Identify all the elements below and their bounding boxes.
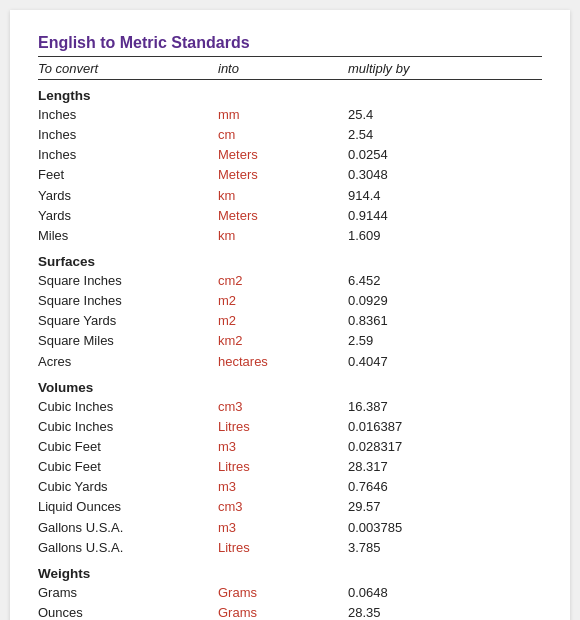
cell-into: hectares: [218, 352, 348, 372]
col-header-into: into: [218, 61, 348, 76]
cell-into: Grams: [218, 603, 348, 620]
page-container: English to Metric Standards To convert i…: [10, 10, 570, 620]
cell-multiply: 3.785: [348, 538, 381, 558]
cell-multiply: 29.57: [348, 497, 381, 517]
cell-convert: Square Yards: [38, 311, 218, 331]
cell-multiply: 0.003785: [348, 518, 402, 538]
table-row: Square Mileskm22.59: [38, 331, 542, 351]
cell-convert: Inches: [38, 105, 218, 125]
col-header-multiply: multiply by: [348, 61, 409, 76]
cell-multiply: 6.452: [348, 271, 381, 291]
table-row: Square Inchescm26.452: [38, 271, 542, 291]
cell-convert: Cubic Inches: [38, 417, 218, 437]
cell-multiply: 914.4: [348, 186, 381, 206]
table-row: FeetMeters0.3048: [38, 165, 542, 185]
cell-into: m3: [218, 437, 348, 457]
cell-into: mm: [218, 105, 348, 125]
cell-into: Litres: [218, 538, 348, 558]
table-row: Inchesmm25.4: [38, 105, 542, 125]
cell-into: km: [218, 226, 348, 246]
cell-multiply: 1.609: [348, 226, 381, 246]
table-row: Inchescm2.54: [38, 125, 542, 145]
cell-convert: Cubic Feet: [38, 457, 218, 477]
cell-convert: Yards: [38, 206, 218, 226]
cell-into: m3: [218, 477, 348, 497]
cell-into: m3: [218, 518, 348, 538]
cell-multiply: 28.35: [348, 603, 381, 620]
table-row: Mileskm1.609: [38, 226, 542, 246]
cell-convert: Yards: [38, 186, 218, 206]
cell-into: cm3: [218, 397, 348, 417]
cell-into: cm: [218, 125, 348, 145]
cell-into: Litres: [218, 457, 348, 477]
cell-into: Meters: [218, 206, 348, 226]
section-title-surfaces: Surfaces: [38, 254, 542, 269]
cell-into: km: [218, 186, 348, 206]
table-row: Cubic FeetLitres28.317: [38, 457, 542, 477]
table-row: OuncesGrams28.35: [38, 603, 542, 620]
cell-convert: Square Miles: [38, 331, 218, 351]
cell-multiply: 0.0929: [348, 291, 388, 311]
cell-into: km2: [218, 331, 348, 351]
cell-multiply: 0.3048: [348, 165, 388, 185]
cell-multiply: 0.8361: [348, 311, 388, 331]
section-title-lengths: Lengths: [38, 88, 542, 103]
cell-multiply: 2.59: [348, 331, 373, 351]
table-row: Gallons U.S.A.Litres3.785: [38, 538, 542, 558]
cell-convert: Ounces: [38, 603, 218, 620]
cell-multiply: 0.4047: [348, 352, 388, 372]
sections-container: LengthsInchesmm25.4Inchescm2.54InchesMet…: [38, 88, 542, 620]
cell-multiply: 0.9144: [348, 206, 388, 226]
section-title-volumes: Volumes: [38, 380, 542, 395]
table-row: Square Inchesm20.0929: [38, 291, 542, 311]
page-title: English to Metric Standards: [38, 34, 542, 52]
cell-multiply: 25.4: [348, 105, 373, 125]
cell-convert: Feet: [38, 165, 218, 185]
table-row: Square Yardsm20.8361: [38, 311, 542, 331]
cell-convert: Inches: [38, 145, 218, 165]
table-row: InchesMeters0.0254: [38, 145, 542, 165]
cell-into: Meters: [218, 165, 348, 185]
cell-multiply: 16.387: [348, 397, 388, 417]
cell-convert: Inches: [38, 125, 218, 145]
title-divider: [38, 56, 542, 57]
col-header-convert: To convert: [38, 61, 218, 76]
cell-into: Grams: [218, 583, 348, 603]
cell-multiply: 0.028317: [348, 437, 402, 457]
cell-multiply: 0.0648: [348, 583, 388, 603]
table-row: Acreshectares0.4047: [38, 352, 542, 372]
cell-into: cm3: [218, 497, 348, 517]
cell-convert: Cubic Yards: [38, 477, 218, 497]
cell-convert: Cubic Inches: [38, 397, 218, 417]
table-row: Cubic Yardsm30.7646: [38, 477, 542, 497]
cell-into: Litres: [218, 417, 348, 437]
cell-multiply: 0.016387: [348, 417, 402, 437]
cell-convert: Acres: [38, 352, 218, 372]
table-row: Liquid Ouncescm329.57: [38, 497, 542, 517]
table-row: Yardskm914.4: [38, 186, 542, 206]
cell-convert: Grams: [38, 583, 218, 603]
table-row: GramsGrams0.0648: [38, 583, 542, 603]
cell-into: Meters: [218, 145, 348, 165]
table-row: Cubic InchesLitres0.016387: [38, 417, 542, 437]
cell-convert: Liquid Ounces: [38, 497, 218, 517]
cell-convert: Square Inches: [38, 291, 218, 311]
cell-convert: Gallons U.S.A.: [38, 518, 218, 538]
section-title-weights: Weights: [38, 566, 542, 581]
cell-convert: Square Inches: [38, 271, 218, 291]
cell-into: cm2: [218, 271, 348, 291]
column-headers: To convert into multiply by: [38, 61, 542, 80]
table-row: YardsMeters0.9144: [38, 206, 542, 226]
table-row: Cubic Feetm30.028317: [38, 437, 542, 457]
cell-convert: Cubic Feet: [38, 437, 218, 457]
cell-multiply: 28.317: [348, 457, 388, 477]
cell-multiply: 2.54: [348, 125, 373, 145]
cell-multiply: 0.0254: [348, 145, 388, 165]
cell-convert: Miles: [38, 226, 218, 246]
cell-into: m2: [218, 311, 348, 331]
table-row: Gallons U.S.A.m30.003785: [38, 518, 542, 538]
table-row: Cubic Inchescm316.387: [38, 397, 542, 417]
cell-convert: Gallons U.S.A.: [38, 538, 218, 558]
cell-into: m2: [218, 291, 348, 311]
cell-multiply: 0.7646: [348, 477, 388, 497]
